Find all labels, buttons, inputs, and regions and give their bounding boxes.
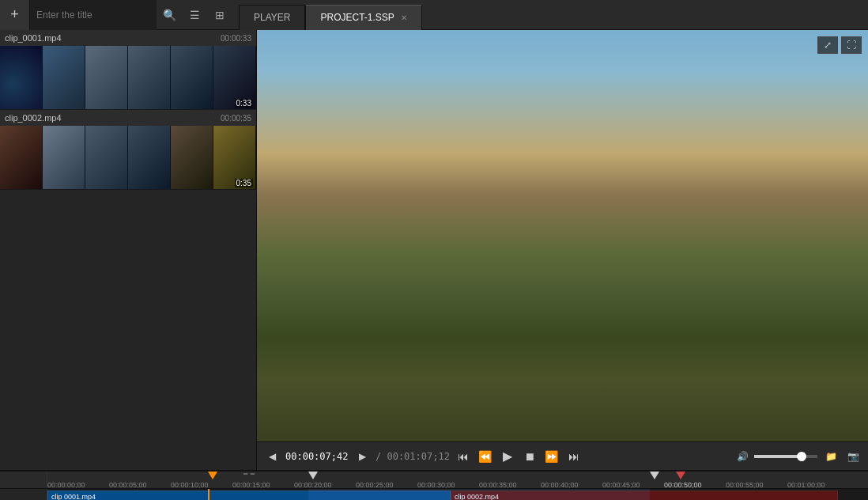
clip2-header: clip 0002.mp4 — [451, 491, 837, 500]
frame-2-3 — [85, 126, 128, 189]
add-button[interactable]: + — [0, 0, 30, 30]
clip-name-1: clip_0001.mp4 — [5, 33, 62, 43]
volume-slider[interactable] — [754, 455, 817, 458]
clip-header-1: clip_0001.mp4 00:00:33 — [0, 30, 256, 46]
fullscreen-button[interactable]: ⛶ — [841, 36, 862, 54]
playhead-arrow — [208, 472, 217, 479]
search-icon: 🔍 — [163, 9, 176, 21]
tab-project[interactable]: PROJECT-1.SSP ✕ — [305, 5, 421, 30]
expand-button[interactable]: ⤢ — [817, 36, 838, 54]
top-bar: + 🔍 ☰ ⊞ PLAYER PROJECT-1.SSP ✕ — [0, 0, 868, 30]
video-track-label: clip 0001.mp4 — [0, 489, 47, 500]
playhead — [208, 489, 209, 500]
timeline-clip-1[interactable]: clip 0001.mp4 — [47, 491, 451, 500]
frame-2-2 — [43, 126, 85, 189]
clip1-name: clip 0001.mp4 — [51, 493, 96, 500]
next-frame-button[interactable]: ▶ — [353, 448, 371, 465]
list-view-button[interactable]: ☰ — [182, 0, 207, 30]
tabs-area: PLAYER PROJECT-1.SSP ✕ — [239, 0, 422, 30]
frame-2-4 — [128, 126, 171, 189]
ruler-30: 00:00:30;00 — [417, 481, 455, 488]
clip-timestamp-1: 0:33 — [235, 99, 253, 108]
prev-frame-button[interactable]: ◀ — [263, 448, 281, 465]
media-panel: clip_0001.mp4 00:00:33 0:33 c — [0, 30, 257, 470]
clip1-header: clip 0001.mp4 — [48, 491, 450, 500]
clip-item-2: clip_0002.mp4 00:00:35 0:35 — [0, 110, 256, 190]
volume-icon[interactable]: 🔊 — [734, 448, 751, 465]
ruler-60: 00:01:00;00 — [787, 481, 825, 488]
grid-view-icon: ⊞ — [215, 9, 225, 21]
frame-2-5 — [171, 126, 213, 189]
step-back-button[interactable]: ⏪ — [477, 448, 494, 465]
clip-item-1: clip_0001.mp4 00:00:33 0:33 — [0, 30, 256, 110]
step-fwd-button[interactable]: ⏩ — [543, 448, 560, 465]
ruler-tick-small-1 — [243, 473, 255, 475]
frame-1-3 — [85, 46, 128, 109]
tab-player[interactable]: PLAYER — [239, 5, 305, 30]
ruler-35: 00:00:35;00 — [479, 481, 517, 488]
timeline-track-labels: clip 0001.mp4 — [0, 489, 47, 500]
ruler-15: 00:00:15;00 — [232, 481, 270, 488]
play-button[interactable]: ▶ — [499, 448, 516, 465]
folder-icon[interactable]: 📁 — [822, 448, 840, 465]
ruler-40: 00:00:40;00 — [541, 481, 579, 488]
snapshot-icon[interactable]: 📷 — [844, 448, 862, 465]
ruler-5: 00:00:05;00 — [109, 481, 147, 488]
timeline-tracks-inner: clip 0001.mp4 — [47, 489, 868, 500]
ruler-50: 00:00:50;00 — [664, 481, 702, 488]
video-frame — [257, 30, 868, 441]
filmstrip-frames-1 — [0, 46, 256, 109]
ruler-45: 00:00:45;00 — [602, 481, 640, 488]
ruler-55: 00:00:55;00 — [726, 481, 764, 488]
clip-filmstrip-2[interactable]: 0:35 — [0, 126, 256, 189]
timeline: 00:00:00;00 00:00:05;00 00:00:10;00 00:0… — [0, 470, 868, 500]
fast-fwd-button[interactable]: ⏭ — [565, 448, 583, 465]
player-panel: ⤢ ⛶ ◀ 00:00:07;42 ▶ / 00:01:07;12 ⏮ ⏪ ▶ … — [257, 30, 868, 470]
clip-duration-1: 00:00:33 — [221, 34, 251, 43]
ruler-0: 00:00:00;00 — [47, 481, 85, 488]
frame-2-1 — [0, 126, 43, 189]
marker-out-arrow — [650, 472, 659, 479]
timeline-clip-2[interactable]: clip 0002.mp4 — [451, 491, 838, 500]
clip-filmstrip-1[interactable]: 0:33 — [0, 46, 256, 109]
timecode-display: 00:00:07;42 — [285, 451, 349, 462]
list-view-icon: ☰ — [190, 9, 200, 21]
frame-1-5 — [171, 46, 213, 109]
player-overlay-icons: ⤢ ⛶ — [817, 36, 862, 54]
ruler-25: 00:00:25;00 — [356, 481, 394, 488]
ruler-20: 00:00:20;00 — [294, 481, 332, 488]
main-area: clip_0001.mp4 00:00:33 0:33 c — [0, 30, 868, 470]
rewind-button[interactable]: ⏮ — [455, 448, 472, 465]
timecode-total: / 00:01:07;12 — [376, 451, 450, 462]
stop-button[interactable]: ⏹ — [521, 448, 538, 465]
player-area: ⤢ ⛶ — [257, 30, 868, 441]
close-tab-icon[interactable]: ✕ — [401, 13, 407, 22]
ruler-10: 00:00:10;00 — [171, 481, 209, 488]
volume-control: 🔊 — [734, 448, 817, 465]
clip2-name: clip 0002.mp4 — [455, 493, 499, 500]
clip-name-2: clip_0002.mp4 — [5, 113, 62, 123]
marker-in-arrow — [308, 472, 318, 479]
search-icon-btn[interactable]: 🔍 — [157, 0, 182, 30]
frame-1-4 — [128, 46, 171, 109]
player-controls: ◀ 00:00:07;42 ▶ / 00:01:07;12 ⏮ ⏪ ▶ ⏹ ⏩ … — [257, 441, 868, 470]
clip-timestamp-2: 0:35 — [235, 179, 253, 188]
timeline-tracks[interactable]: clip 0001.mp4 — [47, 489, 868, 500]
clip-duration-2: 00:00:35 — [221, 114, 251, 123]
video-background — [257, 30, 868, 441]
clip-header-2: clip_0002.mp4 00:00:35 — [0, 110, 256, 126]
filmstrip-frames-2 — [0, 126, 256, 189]
title-input[interactable] — [30, 0, 157, 30]
frame-1-1 — [0, 46, 43, 109]
video-track[interactable]: clip 0001.mp4 — [47, 489, 868, 500]
grid-view-button[interactable]: ⊞ — [207, 0, 232, 30]
frame-1-2 — [43, 46, 85, 109]
marker-end-arrow — [676, 472, 685, 479]
